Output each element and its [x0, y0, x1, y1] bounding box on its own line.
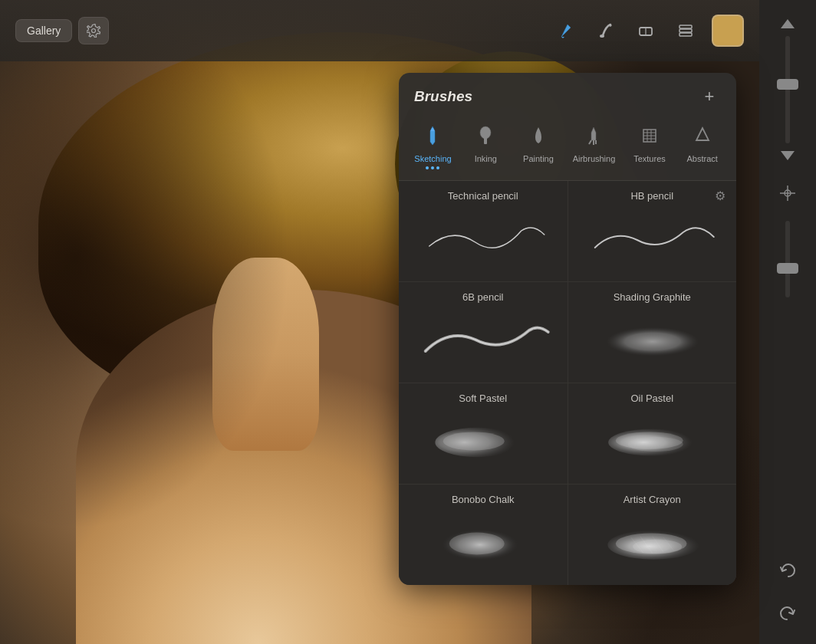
svg-marker-24 [696, 128, 709, 140]
brush-hb-pencil[interactable]: HB pencil ⚙ [568, 181, 737, 281]
brush-name: HB pencil [581, 190, 725, 202]
textures-icon [640, 125, 659, 151]
svg-line-15 [589, 140, 591, 144]
brush-tool-button[interactable] [592, 17, 620, 44]
category-painting[interactable]: Painting [514, 119, 563, 180]
brush-name: Technical pencil [411, 190, 555, 202]
undo-button[interactable] [778, 561, 798, 586]
brush-preview [581, 511, 725, 573]
category-inking[interactable]: Inking [461, 119, 510, 180]
color-swatch[interactable] [712, 15, 744, 47]
size-slider[interactable] [785, 36, 790, 143]
gallery-label: Gallery [27, 25, 61, 37]
svg-point-30 [627, 437, 683, 452]
brushes-panel: Brushes + Sketching [399, 73, 736, 585]
top-toolbar: Gallery [0, 0, 759, 61]
category-airbrushing[interactable]: Airbrushing [567, 119, 622, 180]
category-abstract[interactable]: Abstract [678, 119, 727, 180]
brush-preview [411, 309, 555, 370]
brush-name: Soft Pastel [411, 393, 555, 404]
opacity-slider-thumb[interactable] [777, 263, 798, 274]
svg-rect-5 [679, 29, 692, 32]
brushes-title: Brushes [414, 88, 472, 105]
gallery-button[interactable]: Gallery [15, 19, 72, 42]
right-sidebar [759, 0, 816, 644]
brush-preview [411, 410, 555, 472]
brush-preview [581, 410, 725, 472]
svg-point-12 [480, 127, 491, 139]
sketching-icon [423, 125, 442, 151]
brush-categories: Sketching Inking Painting [399, 116, 736, 181]
transform-button[interactable] [772, 178, 803, 209]
size-slider-thumb[interactable] [777, 79, 798, 90]
brush-name: Oil Pastel [581, 393, 725, 404]
brush-name: Bonobo Chalk [411, 494, 555, 505]
redo-button[interactable] [778, 604, 798, 629]
painting-label: Painting [523, 154, 554, 163]
category-textures[interactable]: Textures [625, 119, 674, 180]
brush-preview [581, 208, 725, 269]
brush-grid: Technical pencil HB pencil ⚙ 6B pencil [399, 181, 736, 585]
inking-label: Inking [475, 154, 497, 163]
airbrushing-label: Airbrushing [573, 154, 616, 163]
svg-marker-14 [591, 127, 596, 140]
add-brush-button[interactable]: + [698, 85, 721, 108]
brush-6b-pencil[interactable]: 6B pencil [399, 282, 568, 383]
abstract-icon [693, 125, 712, 151]
opacity-slider[interactable] [785, 221, 790, 297]
pencil-tool-button[interactable] [552, 17, 580, 44]
brush-oil-pastel[interactable]: Oil Pastel [568, 383, 737, 484]
scroll-down-arrow[interactable] [781, 151, 795, 160]
brush-name: Artist Crayon [581, 494, 725, 505]
svg-point-0 [92, 29, 96, 33]
svg-point-1 [600, 34, 604, 38]
sketching-label: Sketching [414, 154, 451, 163]
painting-icon [529, 125, 548, 151]
brush-soft-pastel[interactable]: Soft Pastel [399, 383, 568, 484]
scroll-up-arrow[interactable] [781, 19, 795, 28]
settings-button[interactable] [78, 17, 109, 44]
svg-point-27 [443, 432, 505, 450]
airbrushing-icon [584, 125, 603, 151]
svg-point-32 [449, 533, 505, 555]
brush-settings-icon[interactable]: ⚙ [715, 189, 726, 203]
category-sketching[interactable]: Sketching [408, 119, 457, 180]
brush-bonobo-chalk[interactable]: Bonobo Chalk [399, 485, 568, 585]
svg-point-25 [606, 327, 698, 356]
textures-label: Textures [633, 154, 666, 163]
brush-name: 6B pencil [411, 291, 555, 303]
brushes-header: Brushes + [399, 73, 736, 116]
svg-point-35 [633, 539, 682, 554]
brush-artist-crayon[interactable]: Artist Crayon [568, 485, 737, 585]
svg-rect-4 [679, 25, 692, 28]
brush-name: Shading Graphite [581, 291, 725, 303]
inking-icon [476, 125, 495, 151]
layers-tool-button[interactable] [672, 17, 699, 44]
brush-preview [581, 309, 725, 370]
svg-rect-6 [679, 33, 692, 36]
eraser-tool-button[interactable] [632, 17, 660, 44]
abstract-label: Abstract [686, 154, 717, 163]
svg-rect-13 [484, 137, 487, 144]
brush-preview [411, 208, 555, 269]
brush-preview [411, 511, 555, 573]
brush-technical-pencil[interactable]: Technical pencil [399, 181, 568, 281]
brush-shading-graphite[interactable]: Shading Graphite [568, 282, 737, 383]
